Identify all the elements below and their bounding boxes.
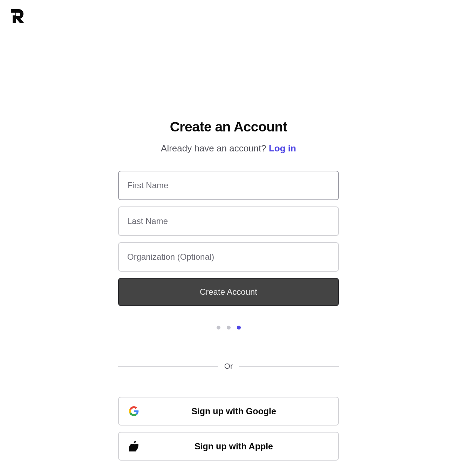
divider-label: Or bbox=[224, 362, 233, 371]
apple-icon bbox=[129, 441, 139, 451]
google-signup-button[interactable]: Sign up with Google bbox=[118, 397, 339, 426]
google-signup-label: Sign up with Google bbox=[139, 406, 328, 416]
progress-dot bbox=[217, 326, 220, 329]
login-prompt: Already have an account? Log in bbox=[161, 143, 296, 154]
google-icon bbox=[129, 406, 139, 416]
create-account-button[interactable]: Create Account bbox=[118, 278, 339, 306]
brand-logo bbox=[8, 8, 25, 26]
divider-line bbox=[118, 366, 218, 367]
login-link[interactable]: Log in bbox=[269, 143, 296, 154]
page-title: Create an Account bbox=[170, 119, 287, 135]
signup-card: Create an Account Already have an accoun… bbox=[118, 119, 339, 461]
progress-dot-active bbox=[237, 326, 241, 329]
apple-signup-button[interactable]: Sign up with Apple bbox=[118, 432, 339, 461]
first-name-field[interactable] bbox=[118, 171, 339, 200]
progress-dots bbox=[217, 326, 241, 329]
divider-line bbox=[239, 366, 339, 367]
organization-field[interactable] bbox=[118, 242, 339, 272]
progress-dot bbox=[227, 326, 231, 329]
login-prompt-text: Already have an account? bbox=[161, 143, 269, 154]
last-name-field[interactable] bbox=[118, 206, 339, 236]
social-signup-group: Sign up with Google Sign up with Apple bbox=[118, 397, 339, 461]
divider: Or bbox=[118, 362, 339, 371]
apple-signup-label: Sign up with Apple bbox=[139, 441, 328, 451]
signup-form: Create Account bbox=[118, 171, 339, 306]
